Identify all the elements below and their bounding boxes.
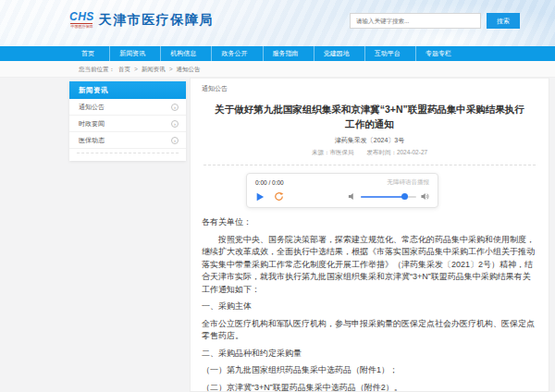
breadcrumb-link-home[interactable]: 首页 [118, 61, 130, 78]
sidebar-item-label: 医保动态 [79, 136, 105, 145]
site-header: CHS 中国医疗保障 天津市医疗保障局 搜索 [0, 0, 555, 46]
nav-item-special-topics[interactable]: 专题专栏 [415, 46, 461, 61]
sidebar-item-notices[interactable]: 通知公告 › [69, 99, 186, 116]
play-button[interactable] [255, 192, 265, 202]
sidebar-item-insurance-news[interactable]: 医保动态 › [69, 132, 186, 149]
accessibility-broadcast-label: 无障碍语音播报 [388, 178, 430, 187]
nav-item-gov-affairs[interactable]: 政务公开 [211, 46, 256, 61]
breadcrumb-bar: 您当前位置： 首页 > 新闻资讯 > 通知公告 [0, 61, 555, 78]
site-title: 天津市医疗保障局 [99, 12, 214, 29]
chevron-right-icon: › [171, 104, 179, 111]
sidebar-divider [77, 153, 179, 153]
main-region: 新闻资讯 通知公告 › 时政要闻 › 医保动态 › 通知公告 关于做好第九批国家… [0, 78, 555, 392]
article-source: 来源：市医保局 [312, 149, 354, 157]
volume-high-icon[interactable] [421, 192, 429, 201]
nav-item-news[interactable]: 新闻资讯 [109, 46, 154, 61]
player-time: 0:00 / 0:00 [255, 179, 284, 186]
article-title: 关于做好第九批国家组织集采和京津冀“3+N”联盟药品集中采购结果执行工作的通知 [215, 102, 524, 131]
paragraph: （二）京津冀“3+N”联盟药品集采中选药品（附件2）。 [202, 382, 537, 392]
article-body: 各有关单位： 按照党中央、国务院决策部署，探索建立规范化、常态化的药品集中采购和… [202, 216, 537, 392]
sidebar-item-current-affairs[interactable]: 时政要闻 › [69, 116, 186, 132]
page: CHS 中国医疗保障 天津市医疗保障局 搜索 首页 新闻资讯 机构信息 政务公开… [0, 0, 555, 392]
doc-number: 津药集采发〔2024〕3号 [202, 136, 537, 145]
sidebar-item-label: 通知公告 [79, 103, 105, 112]
audio-player: 0:00 / 0:00 无障碍语音播报 [246, 173, 438, 208]
search-input[interactable] [350, 13, 481, 29]
volume-slider-knob[interactable] [401, 193, 408, 200]
nav-item-party[interactable]: 党建园地 [314, 46, 359, 61]
paragraph: 全市公立医疗机构和军队医疗机构，参与申报采购量的医保定点社会办医疗机构、医保定点… [202, 318, 537, 343]
nav-item-home[interactable]: 首页 [72, 46, 104, 61]
sidebar-news-menu: 新闻资讯 通知公告 › 时政要闻 › 医保动态 › [69, 81, 186, 161]
breadcrumb-link-news[interactable]: 新闻资讯 [142, 61, 166, 78]
logo-acronym: CHS [69, 11, 94, 22]
paragraph-heading: 一、采购主体 [202, 300, 537, 313]
chevron-right-icon: › [171, 120, 179, 128]
paragraph: 各有关单位： [202, 216, 537, 229]
chs-logo-icon: CHS 中国医疗保障 [69, 11, 94, 29]
nav-item-interaction[interactable]: 互动平台 [364, 46, 410, 61]
search-button[interactable]: 搜索 [487, 13, 520, 29]
sidebar-title: 新闻资讯 [69, 81, 186, 99]
nav-item-service-guide[interactable]: 服务指南 [263, 46, 308, 61]
section-label: 通知公告 [202, 84, 537, 93]
title-divider [204, 165, 536, 165]
volume-mute-icon[interactable] [348, 192, 356, 201]
breadcrumb: 您当前位置： 首页 > 新闻资讯 > 通知公告 [79, 61, 555, 78]
volume-slider[interactable] [361, 193, 416, 200]
paragraph: 按照党中央、国务院决策部署，探索建立规范化、常态化的药品集中采购和使用制度，继续… [202, 234, 537, 297]
volume-controls [348, 192, 429, 201]
main-nav: 首页 新闻资讯 机构信息 政务公开 服务指南 党建园地 互动平台 专题专栏 [0, 46, 555, 61]
article-panel: 通知公告 关于做好第九批国家组织集采和京津冀“3+N”联盟药品集中采购结果执行工… [190, 78, 549, 392]
breadcrumb-separator: > [169, 61, 173, 78]
logo-subtext: 中国医疗保障 [70, 23, 92, 29]
sidebar-item-label: 时政要闻 [79, 119, 105, 129]
brand[interactable]: CHS 中国医疗保障 天津市医疗保障局 [69, 11, 214, 29]
chevron-right-icon: › [171, 137, 179, 144]
replay-button[interactable] [274, 191, 284, 202]
replay-icon [274, 191, 284, 202]
paragraph-heading: 二、采购品种和约定采购量 [202, 348, 537, 361]
search-area: 搜索 [350, 13, 520, 29]
paragraph: （一）第九批国家组织药品集采中选药品（附件1）； [202, 364, 537, 377]
breadcrumb-separator: > [134, 61, 138, 78]
article-meta: 来源：市医保局 发布时间：2024-02-27 [202, 149, 537, 157]
breadcrumb-link-notices[interactable]: 通知公告 [177, 61, 201, 78]
nav-item-org-info[interactable]: 机构信息 [160, 46, 205, 61]
breadcrumb-prefix: 您当前位置： [79, 61, 115, 78]
play-icon [255, 192, 265, 202]
article-publish-time: 发布时间：2024-02-27 [366, 149, 427, 157]
